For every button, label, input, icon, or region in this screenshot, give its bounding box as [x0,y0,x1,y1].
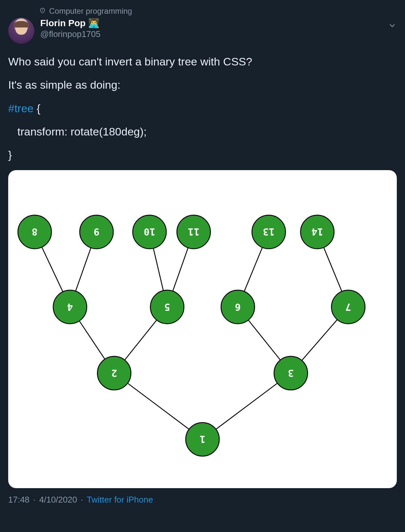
code-rule: transform: rotate(180deg); [8,124,397,140]
tree-node-label-7: 7 [345,301,351,313]
tweet-meta: 17:48 · 4/10/2020 · Twitter for iPhone [8,495,397,505]
topic-icon [39,7,46,16]
binary-tree-diagram: 12345678910111314 [8,170,397,488]
meta-sep-1: · [31,495,38,505]
tweet-container: Computer programming Florin Pop 👨‍💻 @flo… [0,0,405,511]
tree-node-label-4: 4 [67,301,73,313]
tree-node-label-11: 11 [188,226,200,238]
tree-node-label-10: 10 [144,226,156,238]
tweet-line-2: It's as simple as doing: [8,77,397,93]
tweet-body: Who said you can't invert a binary tree … [8,54,397,163]
tree-node-label-13: 13 [263,226,275,238]
tweet-date: 4/10/2020 [39,495,77,505]
tree-node-label-2: 2 [111,367,117,379]
display-name-emoji: 👨‍💻 [88,18,100,28]
meta-sep-2: · [78,495,85,505]
tree-node-label-3: 3 [288,367,294,379]
code-brace-close: } [8,147,397,163]
tree-node-label-14: 14 [311,226,323,238]
handle: @florinpop1705 [40,29,101,39]
display-name: Florin Pop 👨‍💻 [40,18,101,28]
tree-node-label-9: 9 [94,226,100,238]
tweet-source[interactable]: Twitter for iPhone [87,495,153,505]
avatar[interactable] [8,18,34,44]
tree-node-label-6: 6 [235,301,241,313]
topic-row[interactable]: Computer programming [8,7,397,16]
tweet-menu-caret[interactable] [388,21,397,31]
tree-node-label-1: 1 [200,434,206,445]
tweet-line-1: Who said you can't invert a binary tree … [8,54,397,70]
code-brace-open: { [34,102,41,115]
display-name-text: Florin Pop [40,18,85,28]
tweet-time: 17:48 [8,495,29,505]
author-block[interactable]: Florin Pop 👨‍💻 @florinpop1705 [40,18,101,39]
tweet-header: Florin Pop 👨‍💻 @florinpop1705 [8,18,397,44]
topic-label: Computer programming [49,7,132,16]
code-selector[interactable]: #tree [8,102,34,115]
tree-node-label-8: 8 [32,226,38,238]
tree-node-label-5: 5 [164,301,170,313]
tweet-media[interactable]: 12345678910111314 [8,170,397,488]
code-line-open: #tree { [8,100,397,116]
